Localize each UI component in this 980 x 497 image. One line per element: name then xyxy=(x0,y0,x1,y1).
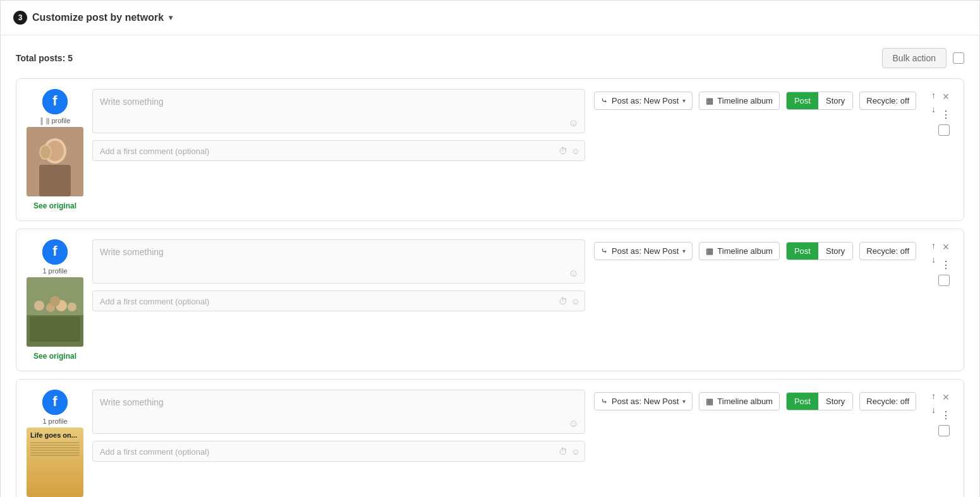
post-checkbox[interactable] xyxy=(938,124,950,136)
close-button[interactable]: × xyxy=(938,390,953,405)
svg-text:f: f xyxy=(52,393,57,409)
emoji-comment-icon: ☺ xyxy=(571,146,580,156)
comment-input[interactable] xyxy=(92,140,585,161)
bulk-action-button[interactable]: Bulk action xyxy=(882,48,947,68)
post-type-story-button[interactable]: Story xyxy=(818,243,852,260)
move-up-button[interactable]: ↑ xyxy=(930,390,937,402)
post-checkbox[interactable] xyxy=(938,275,950,286)
actions-column: × ⋮ xyxy=(938,89,953,136)
close-button[interactable]: × xyxy=(938,89,953,105)
chevron-down-icon: ▾ xyxy=(682,398,686,405)
move-up-button[interactable]: ↑ xyxy=(930,89,937,102)
emoji-icon[interactable]: ☺ xyxy=(569,418,579,429)
post-options-right: ⤷ Post as: New Post ▾ ▦ Timeline album P… xyxy=(594,239,916,260)
post-profile-left: f ║ || profile xyxy=(27,89,83,210)
table-row: f ║ || profile xyxy=(16,78,964,221)
emoji-icon[interactable]: ☺ xyxy=(569,268,579,279)
post-options-right: ⤷ Post as: New Post ▾ ▦ Timeline album P… xyxy=(594,390,916,410)
facebook-avatar: f xyxy=(42,89,68,114)
content-section: Total posts: 5 Bulk action f xyxy=(1,35,979,497)
clock-icon: ⏱ xyxy=(559,446,567,457)
actions-column: × ⋮ xyxy=(938,390,953,436)
write-textarea-wrapper: Write something ☺ xyxy=(92,89,585,135)
timeline-album-button[interactable]: ▦ Timeline album xyxy=(699,92,780,110)
svg-point-12 xyxy=(34,301,44,311)
top-bar: Total posts: 5 Bulk action xyxy=(16,48,964,68)
write-something-input[interactable] xyxy=(92,89,585,133)
chevron-down-icon: ▾ xyxy=(682,248,686,254)
more-options-button[interactable]: ⋮ xyxy=(938,107,953,122)
card-actions: ↑ ↓ × ⋮ xyxy=(930,390,953,436)
post-content-middle: Write something ☺ Add a first comment (o… xyxy=(92,239,585,311)
svg-point-15 xyxy=(68,302,76,311)
svg-point-16 xyxy=(50,296,60,306)
timeline-album-button[interactable]: ▦ Timeline album xyxy=(699,392,780,410)
profile-bar-icon: ║ xyxy=(40,117,44,124)
table-row: f 1 profile xyxy=(16,229,964,371)
card-actions: ↑ ↓ × ⋮ xyxy=(930,239,953,286)
comment-input[interactable] xyxy=(92,441,585,462)
post-as-button[interactable]: ⤷ Post as: New Post ▾ xyxy=(594,92,693,110)
album-icon: ▦ xyxy=(706,96,713,105)
recycle-button[interactable]: Recycle: off xyxy=(859,392,916,410)
svg-text:f: f xyxy=(52,243,57,259)
clock-icon: ⏱ xyxy=(559,146,567,156)
comment-input-wrapper: Add a first comment (optional) ⏱ ☺ xyxy=(92,290,585,311)
card-actions: ↑ ↓ × ⋮ xyxy=(930,89,953,136)
move-up-button[interactable]: ↑ xyxy=(930,239,937,252)
emoji-comment-icon: ☺ xyxy=(571,446,580,457)
comment-icons: ⏱ ☺ xyxy=(559,446,580,457)
write-textarea-wrapper: Write something ☺ xyxy=(92,390,585,436)
share-icon: ⤷ xyxy=(601,96,608,105)
post-thumbnail xyxy=(27,127,83,196)
post-checkbox[interactable] xyxy=(938,425,950,436)
svg-rect-5 xyxy=(39,165,71,196)
post-as-button[interactable]: ⤷ Post as: New Post ▾ xyxy=(594,392,693,410)
move-down-button[interactable]: ↓ xyxy=(930,103,937,116)
post-thumbnail xyxy=(27,277,83,347)
post-type-group: Post Story xyxy=(786,242,853,260)
arrows-column: ↑ ↓ xyxy=(930,390,937,416)
post-type-post-button[interactable]: Post xyxy=(787,92,818,109)
see-original-link[interactable]: See original xyxy=(33,201,76,210)
profile-label: ║ || profile xyxy=(40,117,71,124)
write-something-input[interactable] xyxy=(92,239,585,284)
write-something-input[interactable] xyxy=(92,390,585,434)
post-thumbnail: Life goes on... xyxy=(27,428,83,497)
posts-container: f ║ || profile xyxy=(16,78,964,497)
move-down-button[interactable]: ↓ xyxy=(930,404,937,416)
share-icon: ⤷ xyxy=(601,397,608,406)
post-type-story-button[interactable]: Story xyxy=(818,92,852,109)
arrows-column: ↑ ↓ xyxy=(930,89,937,116)
post-type-post-button[interactable]: Post xyxy=(787,243,818,260)
timeline-album-button[interactable]: ▦ Timeline album xyxy=(699,242,780,260)
post-type-group: Post Story xyxy=(786,92,853,110)
profile-label: 1 profile xyxy=(42,267,67,275)
see-original-link[interactable]: See original xyxy=(33,352,76,361)
page-wrapper: 3 Customize post by network ▾ Total post… xyxy=(0,0,980,497)
emoji-icon[interactable]: ☺ xyxy=(569,117,579,129)
select-all-checkbox[interactable] xyxy=(953,52,964,64)
comment-input[interactable] xyxy=(92,290,585,311)
chevron-down-icon[interactable]: ▾ xyxy=(169,13,172,22)
step-number: 3 xyxy=(13,11,27,25)
more-options-button[interactable]: ⋮ xyxy=(938,258,953,272)
comment-icons: ⏱ ☺ xyxy=(559,296,580,306)
bulk-action-area: Bulk action xyxy=(882,48,964,68)
post-type-post-button[interactable]: Post xyxy=(787,393,818,410)
svg-text:f: f xyxy=(52,93,57,109)
recycle-button[interactable]: Recycle: off xyxy=(859,92,916,110)
recycle-button[interactable]: Recycle: off xyxy=(859,242,916,260)
table-row: f 1 profile Life goes on... xyxy=(16,379,964,497)
move-down-button[interactable]: ↓ xyxy=(930,253,937,266)
thumbnail-text-lines xyxy=(30,442,80,456)
post-as-button[interactable]: ⤷ Post as: New Post ▾ xyxy=(594,242,693,260)
more-options-button[interactable]: ⋮ xyxy=(938,408,953,422)
header-section: 3 Customize post by network ▾ xyxy=(1,1,979,35)
facebook-avatar: f xyxy=(42,239,68,265)
post-content-middle: Write something ☺ Add a first comment (o… xyxy=(92,89,585,161)
actions-column: × ⋮ xyxy=(938,239,953,286)
close-button[interactable]: × xyxy=(938,239,953,255)
post-type-story-button[interactable]: Story xyxy=(818,393,852,410)
comment-input-wrapper: Add a first comment (optional) ⏱ ☺ xyxy=(92,140,585,161)
